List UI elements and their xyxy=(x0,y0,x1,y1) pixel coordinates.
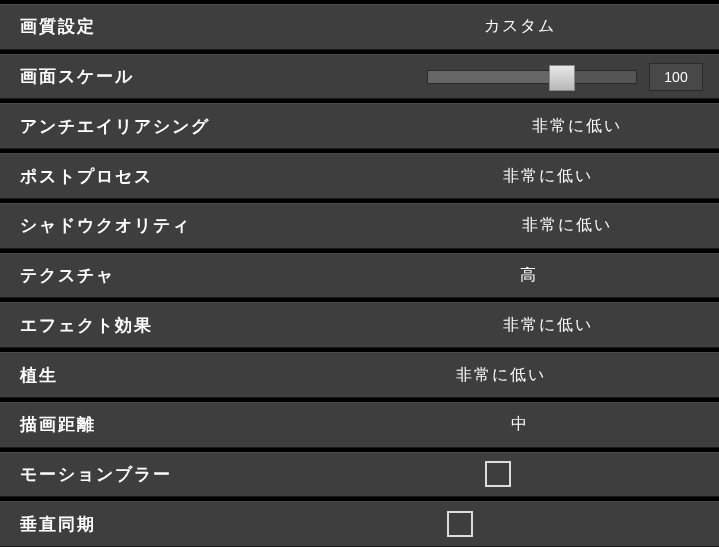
graphics-settings-panel: 画質設定 カスタム 画面スケール 100 アンチエイリアシング 非常に低い ポス… xyxy=(0,0,719,547)
shadow-value[interactable]: 非常に低い xyxy=(522,215,612,236)
scale-value: 100 xyxy=(664,69,687,85)
scale-slider-fill xyxy=(428,71,553,83)
motionblur-label: モーションブラー xyxy=(20,463,172,486)
shadow-label: シャドウクオリティ xyxy=(20,214,191,237)
effect-label: エフェクト効果 xyxy=(20,314,153,337)
quality-preset-row[interactable]: 画質設定 カスタム xyxy=(0,4,719,50)
effect-value[interactable]: 非常に低い xyxy=(503,315,593,336)
foliage-value[interactable]: 非常に低い xyxy=(456,365,546,386)
postprocess-row[interactable]: ポストプロセス 非常に低い xyxy=(0,153,719,199)
scale-slider[interactable] xyxy=(427,70,637,84)
antialiasing-value[interactable]: 非常に低い xyxy=(532,116,622,137)
foliage-row[interactable]: 植生 非常に低い xyxy=(0,352,719,398)
vsync-row[interactable]: 垂直同期 xyxy=(0,501,719,547)
quality-label: 画質設定 xyxy=(20,15,96,38)
scale-slider-thumb[interactable] xyxy=(549,65,575,91)
postprocess-value[interactable]: 非常に低い xyxy=(503,166,593,187)
postprocess-label: ポストプロセス xyxy=(20,165,153,188)
texture-row[interactable]: テクスチャ 高 xyxy=(0,253,719,299)
vsync-label: 垂直同期 xyxy=(20,513,96,536)
shadow-row[interactable]: シャドウクオリティ 非常に低い xyxy=(0,203,719,249)
effect-row[interactable]: エフェクト効果 非常に低い xyxy=(0,302,719,348)
scale-value-box[interactable]: 100 xyxy=(649,63,703,91)
antialiasing-row[interactable]: アンチエイリアシング 非常に低い xyxy=(0,103,719,149)
scale-control-area: 100 xyxy=(134,63,703,91)
motionblur-checkbox[interactable] xyxy=(485,461,511,487)
texture-label: テクスチャ xyxy=(20,264,115,287)
motionblur-row[interactable]: モーションブラー xyxy=(0,452,719,498)
antialiasing-label: アンチエイリアシング xyxy=(20,115,210,138)
drawdistance-value[interactable]: 中 xyxy=(511,414,529,435)
foliage-label: 植生 xyxy=(20,364,58,387)
vsync-checkbox[interactable] xyxy=(447,511,473,537)
drawdistance-label: 描画距離 xyxy=(20,413,96,436)
texture-value[interactable]: 高 xyxy=(520,265,538,286)
scale-row: 画面スケール 100 xyxy=(0,54,719,100)
quality-value[interactable]: カスタム xyxy=(484,16,556,37)
drawdistance-row[interactable]: 描画距離 中 xyxy=(0,402,719,448)
scale-label: 画面スケール xyxy=(20,65,134,88)
